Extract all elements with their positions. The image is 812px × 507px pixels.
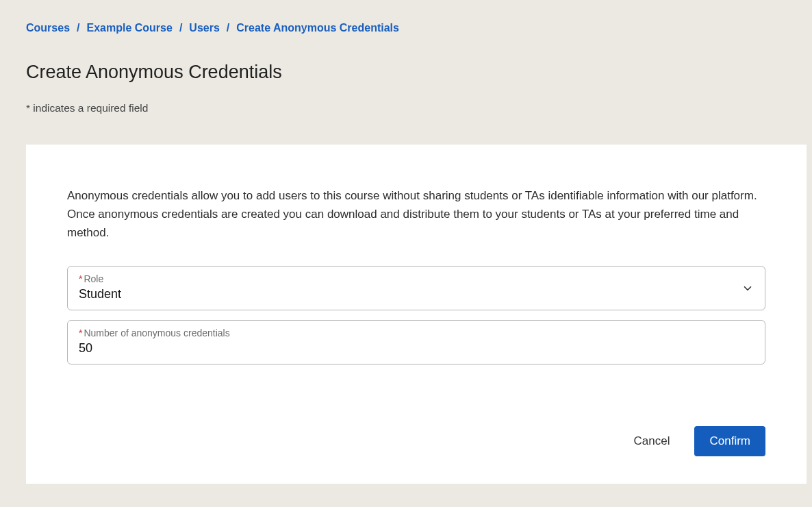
credentials-count-input[interactable] (79, 341, 754, 356)
breadcrumb-courses[interactable]: Courses (26, 22, 70, 34)
form-actions: Cancel Confirm (67, 426, 765, 456)
breadcrumb-users[interactable]: Users (189, 22, 219, 34)
breadcrumb-create-anonymous-credentials[interactable]: Create Anonymous Credentials (236, 22, 399, 34)
credentials-count-label: *Number of anonymous credentials (79, 327, 754, 338)
confirm-button[interactable]: Confirm (694, 426, 765, 456)
role-label: *Role (79, 273, 735, 284)
required-field-note: * indicates a required field (26, 102, 786, 114)
form-card: Anonymous credentials allow you to add u… (26, 145, 807, 484)
breadcrumb-separator: / (77, 22, 79, 34)
cancel-button[interactable]: Cancel (631, 428, 673, 455)
page-title: Create Anonymous Credentials (26, 62, 786, 83)
breadcrumb-separator: / (179, 22, 182, 34)
form-description: Anonymous credentials allow you to add u… (67, 187, 765, 243)
breadcrumb-example-course[interactable]: Example Course (86, 22, 172, 34)
chevron-down-icon (741, 282, 754, 295)
role-select[interactable]: *Role Student (67, 266, 765, 310)
breadcrumb-separator: / (227, 22, 229, 34)
role-value: Student (79, 287, 735, 301)
credentials-count-field[interactable]: *Number of anonymous credentials (67, 320, 765, 364)
breadcrumb: Courses / Example Course / Users / Creat… (26, 22, 786, 34)
